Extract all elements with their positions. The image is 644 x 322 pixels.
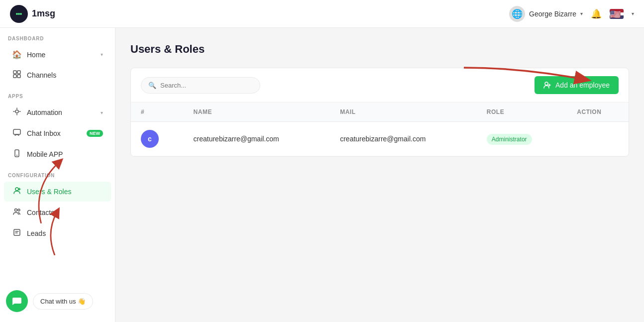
- user-avatar: 🌐: [509, 6, 525, 22]
- search-box[interactable]: 🔍: [141, 77, 260, 94]
- svg-point-8: [15, 110, 18, 113]
- add-employee-button[interactable]: Add an employee: [535, 76, 619, 94]
- col-action: Action: [567, 103, 629, 122]
- mobile-app-icon: [12, 149, 22, 159]
- table-header: # Name Mail Role Action: [131, 103, 629, 122]
- bell-icon[interactable]: 🔔: [591, 8, 602, 19]
- svg-point-11: [16, 155, 17, 156]
- search-input[interactable]: [160, 82, 253, 89]
- dashboard-section-label: DASHBOARD: [0, 28, 115, 44]
- svg-point-19: [545, 82, 548, 85]
- row-name: creaturebizarre@gmail.com: [184, 122, 330, 156]
- col-mail: Mail: [330, 103, 477, 122]
- add-employee-icon: [543, 81, 551, 89]
- chat-label[interactable]: Chat with us 👋: [33, 293, 93, 310]
- avatar: c: [141, 130, 159, 148]
- configuration-section-label: CONFIGURATION: [0, 165, 115, 181]
- svg-rect-5: [17, 71, 20, 74]
- row-num: c: [131, 122, 184, 156]
- apps-section-label: APPS: [0, 86, 115, 102]
- sidebar-mobile-app-label: Mobile APP: [27, 150, 103, 158]
- svg-point-14: [18, 209, 20, 211]
- svg-point-12: [15, 188, 18, 191]
- flag-icon[interactable]: 🇺🇸: [610, 9, 624, 19]
- main-content: Users & Roles 🔍 Add an employee # N: [115, 28, 644, 322]
- svg-rect-15: [14, 229, 20, 235]
- sidebar-item-users-roles[interactable]: Users & Roles: [4, 182, 111, 202]
- flag-chevron-icon[interactable]: ▾: [632, 11, 634, 16]
- sidebar-item-leads[interactable]: Leads: [4, 223, 111, 243]
- sidebar-item-mobile-app[interactable]: Mobile APP: [4, 144, 111, 164]
- home-chevron-icon: ▾: [101, 52, 103, 57]
- sidebar-item-chat-inbox[interactable]: Chat Inbox New: [4, 123, 111, 143]
- add-employee-label: Add an employee: [555, 81, 610, 89]
- svg-rect-6: [13, 75, 16, 78]
- svg-point-3: [20, 13, 22, 15]
- row-action: [567, 122, 629, 156]
- automation-icon: [12, 107, 22, 117]
- sidebar-leads-label: Leads: [27, 229, 103, 237]
- row-role: Administrator: [477, 122, 567, 156]
- user-name: George Bizarre: [529, 10, 576, 18]
- search-icon: 🔍: [148, 82, 156, 89]
- role-badge: Administrator: [487, 134, 532, 145]
- logo-icon: [10, 5, 28, 23]
- logo-text: 1msg: [32, 8, 55, 19]
- app-header: 1msg 🌐 George Bizarre ▾ 🔔 🇺🇸 ▾: [0, 0, 644, 28]
- svg-point-2: [18, 13, 20, 15]
- sidebar-item-automation[interactable]: Automation ▾: [4, 103, 111, 122]
- chevron-down-icon: ▾: [580, 11, 583, 16]
- sidebar-item-contacts[interactable]: Contacts: [4, 203, 111, 222]
- users-table-card: 🔍 Add an employee # Name Mail Role Act: [130, 68, 629, 157]
- home-icon: 🏠: [12, 50, 22, 59]
- leads-icon: [12, 228, 22, 238]
- user-menu[interactable]: 🌐 George Bizarre ▾: [509, 6, 583, 22]
- sidebar-channels-label: Channels: [27, 71, 103, 79]
- contacts-icon: [12, 208, 22, 217]
- automation-chevron-icon: ▾: [101, 110, 103, 115]
- users-table: # Name Mail Role Action c creaturebizarr…: [131, 103, 629, 156]
- sidebar-chat-inbox-label: Chat Inbox: [27, 129, 82, 137]
- col-num: #: [131, 103, 184, 122]
- svg-rect-4: [13, 71, 16, 74]
- app-layout: DASHBOARD 🏠 Home ▾ Channels APPS Automat…: [0, 28, 644, 322]
- header-right: 🌐 George Bizarre ▾ 🔔 🇺🇸 ▾: [509, 6, 634, 22]
- sidebar-contacts-label: Contacts: [27, 209, 103, 216]
- chat-widget[interactable]: Chat with us 👋: [6, 290, 93, 312]
- svg-point-13: [15, 209, 17, 212]
- svg-point-1: [16, 13, 18, 15]
- page-title: Users & Roles: [130, 43, 629, 56]
- users-roles-icon: [12, 187, 22, 197]
- chat-button[interactable]: [6, 290, 28, 312]
- col-role: Role: [477, 103, 567, 122]
- svg-rect-7: [17, 75, 20, 78]
- sidebar-item-channels[interactable]: Channels: [4, 65, 111, 85]
- table-body: c creaturebizarre@gmail.com creaturebiza…: [131, 122, 629, 156]
- sidebar-home-label: Home: [27, 51, 96, 59]
- toolbar: 🔍 Add an employee: [131, 68, 629, 103]
- sidebar-automation-label: Automation: [27, 108, 96, 116]
- channels-icon: [12, 70, 22, 80]
- sidebar-item-home[interactable]: 🏠 Home ▾: [4, 45, 111, 64]
- new-badge: New: [87, 130, 103, 137]
- sidebar-users-roles-label: Users & Roles: [27, 188, 103, 196]
- row-mail: creaturebizarre@gmail.com: [330, 122, 477, 156]
- sidebar: DASHBOARD 🏠 Home ▾ Channels APPS Automat…: [0, 28, 115, 322]
- table-row: c creaturebizarre@gmail.com creaturebiza…: [131, 122, 629, 156]
- svg-rect-9: [13, 129, 20, 134]
- col-name: Name: [184, 103, 330, 122]
- logo[interactable]: 1msg: [10, 5, 55, 23]
- chat-inbox-icon: [12, 128, 22, 138]
